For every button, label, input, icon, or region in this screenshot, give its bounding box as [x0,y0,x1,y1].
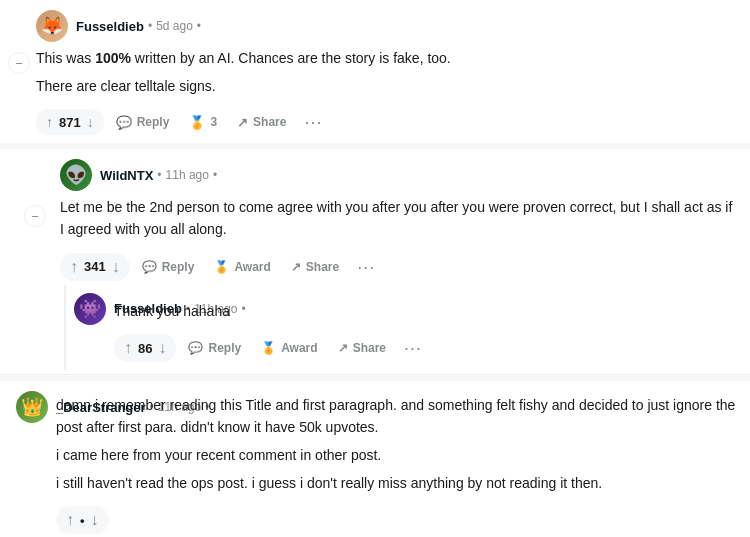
share-button-c2r1[interactable]: ↗ Share [330,337,394,359]
comment-c1: − 🦊 Fusseldieb • 5d ago • This was 100% … [0,0,750,149]
username-c2[interactable]: WildNTX [100,168,153,183]
avatar-fusseldieb-nested: 👾 [74,293,106,325]
dot-c1: • [197,19,201,33]
share-label-c2: Share [306,260,339,274]
share-label-c1: Share [253,115,286,129]
vote-group-c2r1: ↑ 86 ↓ [114,334,176,362]
dot-c2: • [213,168,217,182]
award-label-c2: Award [234,260,270,274]
vote-count-c2: 341 [82,259,108,274]
comment-thread: − 🦊 Fusseldieb • 5d ago • This was 100% … [0,0,750,537]
collapse-button-c1[interactable]: − [8,52,30,74]
downvote-button-c3[interactable]: ↓ [87,509,103,531]
body-line-1-c1: This was 100% written by an AI. Chances … [36,48,738,70]
downvote-button-c1[interactable]: ↓ [83,112,98,132]
award-icon-c2r1: 🏅 [261,341,276,355]
reply-button-c1[interactable]: 💬 Reply [108,111,178,134]
more-button-c2r1[interactable]: ··· [398,337,428,359]
username-c1[interactable]: Fusseldieb [76,19,144,34]
comment-header-c2: 👽 WildNTX • 11h ago • [32,159,738,191]
separator-c1: • [148,19,152,33]
reply-icon-c2: 💬 [142,260,157,274]
share-icon-c2: ↗ [291,260,301,274]
comment-body-c3: damn i remember reading this Title and f… [16,395,738,494]
award-count-button-c1[interactable]: 🏅 3 [181,111,225,134]
share-icon-c1: ↗ [237,115,248,130]
timestamp-c1: 5d ago [156,19,193,33]
action-bar-c2r1: ↑ 86 ↓ 💬 Reply 🏅 Award [74,330,730,366]
upvote-button-c3[interactable]: ↑ [62,509,78,531]
reply-button-c2r1[interactable]: 💬 Reply [180,337,249,359]
dot-c2r1: • [242,302,246,316]
avatar-fusseldieb-main: 🦊 [36,10,68,42]
share-icon-c2r1: ↗ [338,341,348,355]
action-bar-c2: ↑ 341 ↓ 💬 Reply 🏅 Award ↗ Share [32,249,738,285]
reply-button-c2[interactable]: 💬 Reply [134,256,203,278]
minus-icon-c2: − [31,209,39,224]
reply-icon-c2r1: 💬 [188,341,203,355]
comment-header-c1: 🦊 Fusseldieb • 5d ago • [36,10,738,42]
vote-group-c2: ↑ 341 ↓ [60,253,130,281]
separator-c2: • [157,168,161,182]
vote-count-c1: 871 [57,115,83,130]
comment-meta-c2: WildNTX • 11h ago • [100,168,217,183]
share-button-c1[interactable]: ↗ Share [229,111,294,134]
award-icon-c2: 🏅 [214,260,229,274]
downvote-button-c2[interactable]: ↓ [108,256,124,278]
body-line-1-c2r1: Thank you hahaha [114,301,730,323]
action-bar-c1: ↑ 871 ↓ 💬 Reply 🏅 3 ↗ Share ··· [36,105,738,139]
comment-body-c1: This was 100% written by an AI. Chances … [36,48,738,97]
action-bar-c3: ↑ • ↓ [16,502,738,537]
comment-body-c2r1: Thank you hahaha [74,301,730,323]
vote-count-c2r1: 86 [136,341,154,356]
upvote-button-c1[interactable]: ↑ [42,112,57,132]
body-line-2-c3: i came here from your recent comment in … [56,445,738,467]
vote-group-c3: ↑ • ↓ [56,506,109,534]
vote-count-c3: • [78,513,87,528]
comment-c2: − 👽 WildNTX • 11h ago • Let me be the 2n… [0,149,750,375]
share-button-c2[interactable]: ↗ Share [283,256,347,278]
comment-body-c2: Let me be the 2nd person to come agree w… [32,197,738,240]
reply-label-c1: Reply [137,115,170,129]
comment-c3: 👑 _DearStranger • 11h ago • damn i remem… [0,381,750,537]
share-label-c2r1: Share [353,341,386,355]
comment-c2r1: 👾 Fusseldieb • 11h ago • Thank you hahah… [64,285,738,371]
body-line-1-c3: damn i remember reading this Title and f… [56,395,738,438]
minus-icon: − [15,57,23,70]
body-line-1-c2: Let me be the 2nd person to come agree w… [60,197,738,240]
body-line-3-c3: i still haven't read the ops post. i gue… [56,473,738,495]
award-icon-c1: 🏅 [189,115,205,130]
award-count-c1: 3 [210,115,217,129]
timestamp-c2: 11h ago [166,168,209,182]
downvote-button-c2r1[interactable]: ↓ [154,337,170,359]
reply-label-c2r1: Reply [208,341,241,355]
more-button-c1[interactable]: ··· [298,111,328,133]
award-button-c2r1[interactable]: 🏅 Award [253,337,325,359]
comment-meta-c1: Fusseldieb • 5d ago • [76,19,201,34]
downvote-icon-c1: ↓ [87,114,94,130]
award-button-c2[interactable]: 🏅 Award [206,256,278,278]
vote-group-c1: ↑ 871 ↓ [36,109,104,135]
upvote-icon-c1: ↑ [46,114,53,130]
award-label-c2r1: Award [281,341,317,355]
reply-label-c2: Reply [162,260,195,274]
avatar-wildntx: 👽 [60,159,92,191]
reply-icon-c1: 💬 [116,115,132,130]
upvote-button-c2r1[interactable]: ↑ [120,337,136,359]
upvote-button-c2[interactable]: ↑ [66,256,82,278]
more-button-c2[interactable]: ··· [351,256,381,278]
body-line-2-c1: There are clear telltale signs. [36,76,738,98]
